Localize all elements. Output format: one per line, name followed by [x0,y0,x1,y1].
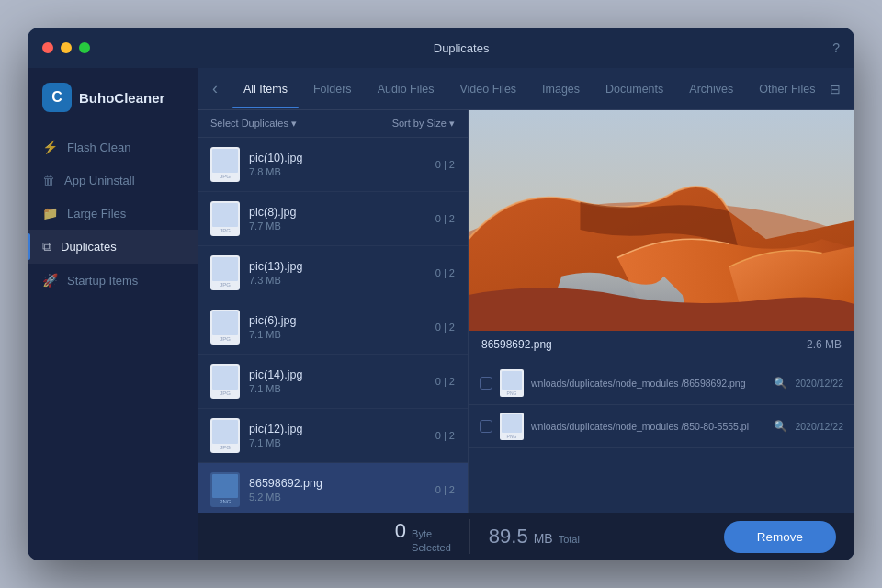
svg-text:JPG: JPG [220,445,231,450]
dup-search-icon[interactable]: 🔍 [774,377,787,390]
list-item[interactable]: JPG pic(13).jpg 7.3 MB 0 | 2 [198,246,468,300]
file-thumbnail-icon: JPG [210,310,240,345]
dup-file-icon: PNG [500,369,524,397]
file-name: pic(13).jpg [249,260,435,273]
select-duplicates-dropdown[interactable]: Select Duplicates ▾ [210,118,297,130]
app-window: Duplicates ? C BuhoCleaner ⚡ Flash Clean… [28,28,854,560]
duplicate-checkbox[interactable] [480,420,492,433]
file-count: 0 | 2 [435,376,455,387]
file-size: 7.1 MB [249,383,435,394]
tab-audio-files[interactable]: Audio Files [367,70,446,108]
dup-path: wnloads/duplicates/node_modules /8659869… [531,378,766,389]
file-size: 7.3 MB [249,275,435,286]
file-name: pic(6).jpg [249,314,435,327]
file-count: 0 | 2 [435,484,455,495]
svg-rect-7 [212,257,238,281]
file-name: pic(8).jpg [249,206,435,219]
file-info: pic(12).jpg 7.1 MB [249,423,435,448]
sidebar-item-label: Duplicates [61,240,117,254]
file-thumbnail-icon: JPG [210,201,240,236]
tab-images[interactable]: Images [531,70,591,108]
file-list: JPG pic(10).jpg 7.8 MB 0 | 2 [198,138,468,513]
logo-text: BuhoCleaner [79,90,164,106]
list-item[interactable]: JPG pic(10).jpg 7.8 MB 0 | 2 [198,138,468,192]
sidebar-item-startup-items[interactable]: 🚀 Startup Items [28,264,198,297]
sidebar-item-large-files[interactable]: 📁 Large Files [28,197,198,230]
file-size: 7.1 MB [249,329,435,340]
content-area: ‹ All Items Folders Audio Files Video Fi… [198,68,854,560]
svg-text:PNG: PNG [219,499,231,504]
file-count: 0 | 2 [435,159,455,170]
list-item[interactable]: JPG pic(14).jpg 7.1 MB 0 | 2 [198,355,468,409]
svg-rect-4 [212,203,238,227]
list-item[interactable]: JPG pic(6).jpg 7.1 MB 0 | 2 [198,300,468,355]
remove-button[interactable]: Remove [724,521,836,553]
tab-other-files[interactable]: Other Files [748,70,826,108]
list-item[interactable]: JPG pic(8).jpg 7.7 MB 0 | 2 [198,192,468,246]
dup-file-icon: PNG [500,413,524,440]
flash-clean-icon: ⚡ [42,140,58,154]
selected-label: Byte Selected [412,527,451,554]
duplicate-checkbox[interactable] [480,377,492,390]
preview-filesize: 2.6 MB [807,338,842,351]
close-button[interactable] [42,42,53,53]
file-name: pic(10).jpg [249,152,435,164]
selected-bytes: 0 [395,519,406,543]
nav-tabs: ‹ All Items Folders Audio Files Video Fi… [198,68,854,110]
tab-archives[interactable]: Archives [678,70,744,108]
svg-rect-19 [212,474,238,498]
tab-documents[interactable]: Documents [594,70,674,108]
file-count: 0 | 2 [435,213,455,224]
svg-text:JPG: JPG [220,174,231,179]
file-name: 86598692.png [249,477,435,490]
total-info: 89.5 MB Total [470,525,724,548]
file-size: 7.7 MB [249,220,435,232]
traffic-lights [42,42,90,53]
minimize-button[interactable] [61,42,72,53]
sidebar-item-duplicates[interactable]: ⧉ Duplicates [28,230,198,264]
sidebar-item-flash-clean[interactable]: ⚡ Flash Clean [28,130,198,164]
bottom-bar: 0 Byte Selected 89.5 MB Total Remove [198,513,854,560]
file-info: pic(14).jpg 7.1 MB [249,368,435,394]
file-count: 0 | 2 [435,267,455,278]
list-pane: Select Duplicates ▾ Sort by Size ▾ JPG [198,110,469,513]
file-name: pic(14).jpg [249,368,435,381]
sidebar-item-label: App Uninstall [64,174,135,187]
svg-text:PNG: PNG [507,434,517,439]
file-count: 0 | 2 [435,322,455,333]
sort-by-size-dropdown[interactable]: Sort by Size ▾ [392,118,455,130]
svg-rect-27 [502,414,522,433]
total-number: 89.5 [489,525,528,548]
file-info: pic(13).jpg 7.3 MB [249,260,435,286]
filter-icon[interactable]: ⊟ [830,82,841,96]
startup-items-icon: 🚀 [42,273,58,288]
duplicate-item: PNG wnloads/duplicates/node_modules /850… [469,405,854,448]
sidebar-logo: C BuhoCleaner [28,83,198,130]
file-info: pic(6).jpg 7.1 MB [249,314,435,340]
tab-video-files[interactable]: Video Files [448,70,527,108]
file-name: pic(12).jpg [249,423,435,435]
window-title: Duplicates [90,41,832,55]
preview-pane: 86598692.png 2.6 MB PNG [469,110,854,513]
back-button[interactable]: ‹ [212,68,225,109]
tab-all-items[interactable]: All Items [232,70,299,108]
dup-search-icon[interactable]: 🔍 [774,420,787,433]
list-item[interactable]: JPG pic(12).jpg 7.1 MB 0 | 2 [198,409,468,463]
dup-date: 2020/12/22 [795,421,843,432]
tab-folders[interactable]: Folders [302,70,363,108]
svg-text:JPG: JPG [220,228,231,233]
svg-rect-16 [212,420,238,444]
logo-icon: C [42,83,72,112]
maximize-button[interactable] [79,42,90,53]
file-thumbnail-icon: JPG [210,364,240,399]
svg-text:JPG: JPG [220,390,231,396]
dup-date: 2020/12/22 [795,378,843,389]
svg-rect-1 [212,149,238,173]
sidebar-item-app-uninstall[interactable]: 🗑 App Uninstall [28,164,198,197]
list-item-selected[interactable]: PNG 86598692.png 5.2 MB 0 | 2 [198,463,468,513]
svg-rect-13 [212,366,238,390]
help-icon[interactable]: ? [832,40,840,55]
file-info: 86598692.png 5.2 MB [249,477,435,503]
sidebar-item-label: Flash Clean [67,141,130,154]
total-unit: MB [534,531,553,546]
